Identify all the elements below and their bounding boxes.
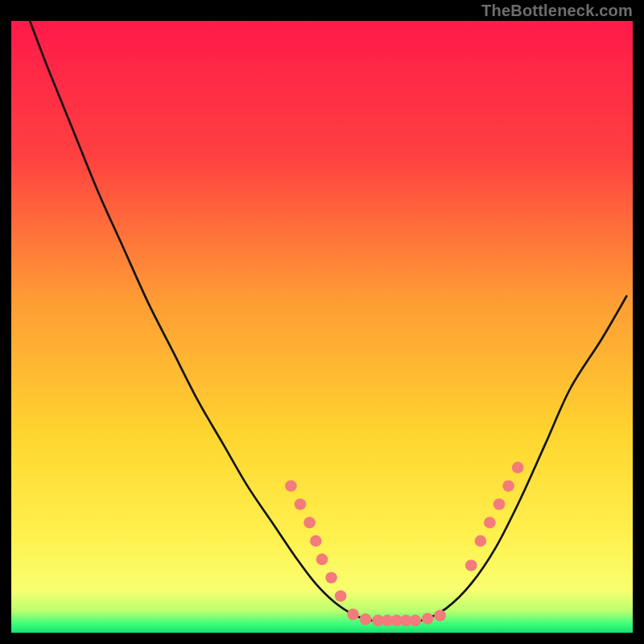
highlight-dot: [409, 615, 421, 626]
highlight-dot: [310, 535, 322, 547]
highlight-dot: [502, 480, 514, 491]
highlight-dot: [484, 517, 496, 528]
highlight-dot: [303, 517, 316, 528]
bottleneck-curve: [11, 21, 633, 633]
curve-path: [30, 21, 626, 621]
highlight-dot: [295, 498, 307, 510]
chart-stage: TheBottleneck.com: [0, 0, 644, 644]
highlight-dot: [335, 590, 347, 601]
highlight-dot: [465, 559, 477, 571]
highlight-dot: [347, 609, 359, 620]
highlight-dot: [434, 610, 446, 621]
highlight-dot: [512, 462, 524, 473]
highlight-dot: [475, 535, 487, 547]
highlight-dot: [316, 554, 328, 565]
chart-frame: [11, 21, 633, 633]
highlight-dot: [325, 572, 337, 583]
highlight-dot: [422, 613, 434, 624]
highlight-dot: [285, 480, 297, 491]
watermark-text: TheBottleneck.com: [481, 2, 633, 20]
highlight-dot: [493, 498, 506, 510]
highlight-dots: [285, 462, 523, 626]
highlight-dot: [360, 613, 372, 625]
